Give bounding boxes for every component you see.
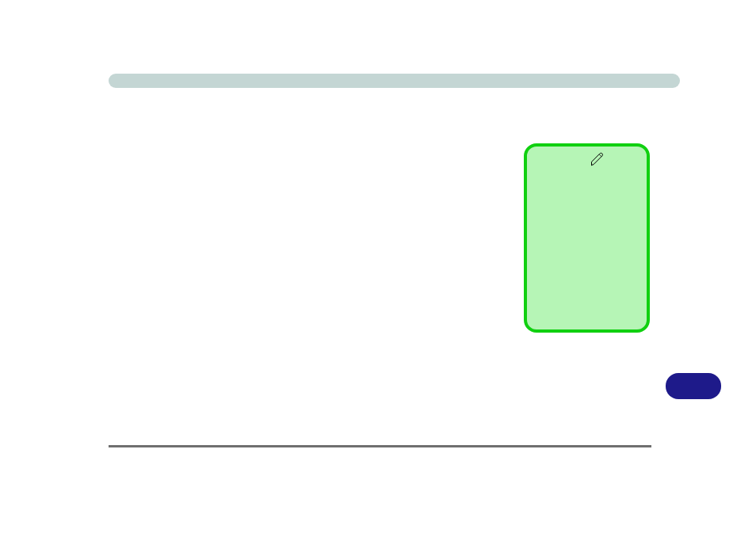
- progress-bar: [109, 74, 680, 88]
- action-button[interactable]: [666, 373, 721, 399]
- divider-line: [109, 445, 651, 447]
- highlight-card[interactable]: [524, 143, 650, 333]
- pen-icon: [590, 151, 605, 167]
